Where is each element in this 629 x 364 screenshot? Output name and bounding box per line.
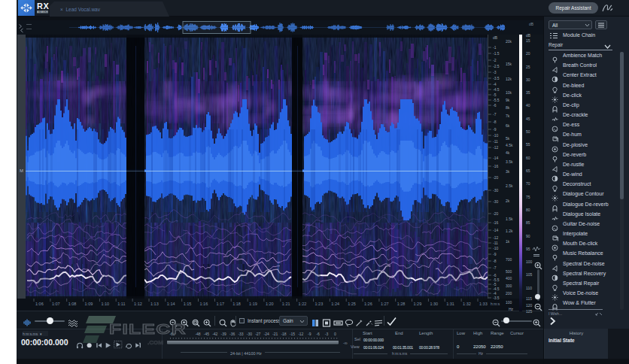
svg-text:-24: -24 [264,332,269,336]
svg-text:-21: -21 [272,332,278,336]
svg-text:-45: -45 [204,332,209,336]
svg-text:1:15: 1:15 [184,302,192,306]
svg-text:1:08: 1:08 [68,302,77,306]
svg-text:-3: -3 [325,332,329,336]
svg-text:1:24: 1:24 [331,302,339,306]
svg-text:1:22: 1:22 [299,302,307,306]
svg-text:1:27: 1:27 [381,302,389,306]
svg-text:-18: -18 [281,332,286,336]
svg-text:1:16: 1:16 [200,302,208,306]
svg-text:1:19: 1:19 [249,302,257,306]
svg-text:-15: -15 [290,332,295,336]
svg-text:-42: -42 [212,332,217,336]
svg-text:h:m:s: h:m:s [491,302,500,306]
svg-text:1:33: 1:33 [479,302,488,306]
svg-text:1:20: 1:20 [266,302,274,306]
svg-text:-∞: -∞ [343,341,348,345]
svg-text:1:17: 1:17 [216,302,224,306]
svg-text:0: 0 [334,332,336,336]
svg-text:-6: -6 [316,332,320,336]
svg-text:1:10: 1:10 [101,302,109,306]
svg-text:1:25: 1:25 [348,302,356,306]
svg-text:1:13: 1:13 [150,302,159,306]
svg-text:1:30: 1:30 [430,302,438,306]
svg-text:1:28: 1:28 [397,302,406,306]
svg-text:1:07: 1:07 [52,302,60,306]
svg-text:-48: -48 [195,332,200,336]
svg-text:1:23: 1:23 [315,302,324,306]
svg-text:-9: -9 [308,332,311,336]
svg-text:-39: -39 [221,332,226,336]
svg-text:1:18: 1:18 [232,302,241,306]
svg-text:-12: -12 [298,332,303,336]
svg-text:1:11: 1:11 [117,302,125,306]
svg-text:1:12: 1:12 [134,302,142,306]
svg-text:1:32: 1:32 [463,302,471,306]
svg-text:-27: -27 [255,332,260,336]
svg-text:1:26: 1:26 [364,302,372,306]
svg-text:1:06: 1:06 [35,302,44,306]
svg-text:1:21: 1:21 [282,302,290,306]
svg-text:1:14: 1:14 [167,302,175,306]
svg-text:1:29: 1:29 [414,302,422,306]
svg-text:1:31: 1:31 [446,302,454,306]
svg-text:-33: -33 [238,332,243,336]
svg-text:-30: -30 [247,332,252,336]
svg-text:-36: -36 [229,332,235,336]
svg-text:1:09: 1:09 [85,302,93,306]
